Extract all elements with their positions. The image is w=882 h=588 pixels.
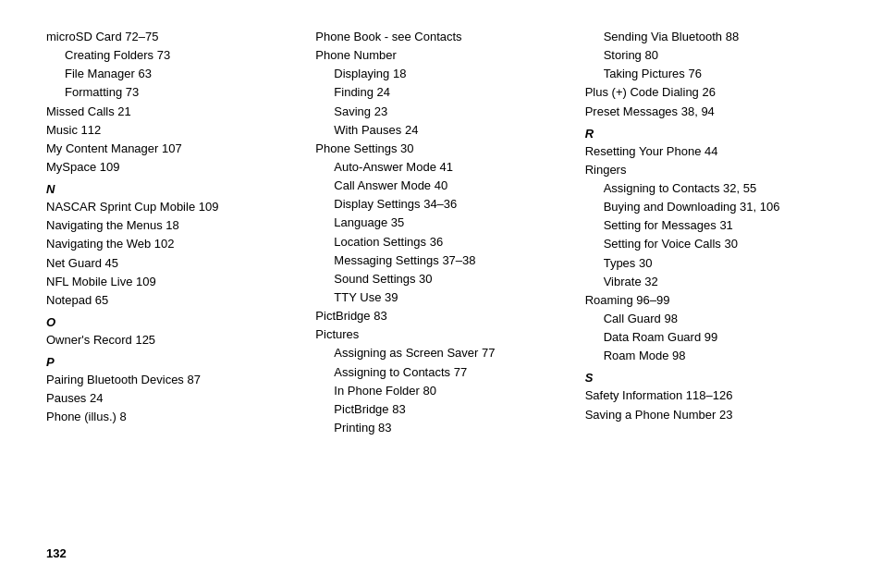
list-item: S xyxy=(585,371,836,385)
list-item: Pictures xyxy=(315,325,566,344)
list-item: Notepad 65 xyxy=(46,291,297,310)
list-item: Setting for Voice Calls 30 xyxy=(585,235,836,253)
list-item: Roaming 96–99 xyxy=(585,291,836,310)
list-item: Pairing Bluetooth Devices 87 xyxy=(46,371,297,389)
list-item: Phone Number xyxy=(315,46,566,65)
list-item: Call Guard 98 xyxy=(585,310,836,328)
list-item: NASCAR Sprint Cup Mobile 109 xyxy=(46,198,297,216)
list-item: Ringers xyxy=(585,161,836,179)
list-item: Phone Book - see Contacts xyxy=(315,28,566,46)
list-item: Location Settings 36 xyxy=(315,233,566,251)
list-item: Vibrate 32 xyxy=(585,273,836,291)
list-item: Phone (illus.) 8 xyxy=(46,408,297,426)
list-item: Safety Information 118–126 xyxy=(585,386,836,405)
list-item: Printing 83 xyxy=(315,419,566,437)
list-item: Display Settings 34–36 xyxy=(315,195,566,214)
list-item: With Pauses 24 xyxy=(315,121,566,140)
list-item: File Manager 63 xyxy=(46,65,297,83)
list-item: Taking Pictures 76 xyxy=(585,65,836,83)
list-item: Call Answer Mode 40 xyxy=(315,177,566,195)
list-item: In Phone Folder 80 xyxy=(315,382,566,400)
list-item: Owner's Record 125 xyxy=(46,331,297,349)
list-item: P xyxy=(46,355,297,369)
index-column-col1: microSD Card 72–75Creating Folders 73Fil… xyxy=(46,28,315,537)
list-item: Net Guard 45 xyxy=(46,254,297,273)
list-item: Finding 24 xyxy=(315,83,566,102)
list-item: PictBridge 83 xyxy=(315,307,566,325)
list-item: Types 30 xyxy=(585,254,836,273)
index-column-col2: Phone Book - see ContactsPhone NumberDis… xyxy=(315,28,584,537)
list-item: Messaging Settings 37–38 xyxy=(315,251,566,270)
list-item: Language 35 xyxy=(315,214,566,232)
list-item: Buying and Downloading 31, 106 xyxy=(585,198,836,216)
list-item: Assigning to Contacts 77 xyxy=(315,363,566,382)
list-item: MySpace 109 xyxy=(46,158,297,177)
list-item: Saving a Phone Number 23 xyxy=(585,406,836,424)
list-item: PictBridge 83 xyxy=(315,400,566,419)
list-item: Assigning to Contacts 32, 55 xyxy=(585,179,836,198)
index-column-col3: Sending Via Bluetooth 88Storing 80Taking… xyxy=(585,28,836,537)
page-number: 132 xyxy=(46,546,836,560)
list-item: N xyxy=(46,182,297,196)
page: microSD Card 72–75Creating Folders 73Fil… xyxy=(0,0,882,588)
list-item: Formatting 73 xyxy=(46,83,297,102)
list-item: Pauses 24 xyxy=(46,389,297,408)
list-item: Preset Messages 38, 94 xyxy=(585,103,836,121)
list-item: Setting for Messages 31 xyxy=(585,216,836,235)
list-item: microSD Card 72–75 xyxy=(46,28,297,46)
list-item: Resetting Your Phone 44 xyxy=(585,142,836,161)
list-item: Music 112 xyxy=(46,121,297,140)
list-item: Navigating the Web 102 xyxy=(46,235,297,253)
list-item: Sending Via Bluetooth 88 xyxy=(585,28,836,46)
list-item: Navigating the Menus 18 xyxy=(46,216,297,235)
list-item: Sound Settings 30 xyxy=(315,270,566,288)
index-columns: microSD Card 72–75Creating Folders 73Fil… xyxy=(46,28,836,537)
list-item: Data Roam Guard 99 xyxy=(585,328,836,347)
list-item: R xyxy=(585,127,836,141)
list-item: NFL Mobile Live 109 xyxy=(46,273,297,291)
list-item: Storing 80 xyxy=(585,46,836,65)
list-item: My Content Manager 107 xyxy=(46,140,297,158)
list-item: Assigning as Screen Saver 77 xyxy=(315,344,566,362)
list-item: O xyxy=(46,315,297,329)
list-item: Plus (+) Code Dialing 26 xyxy=(585,83,836,102)
list-item: Saving 23 xyxy=(315,103,566,121)
list-item: Displaying 18 xyxy=(315,65,566,83)
list-item: Roam Mode 98 xyxy=(585,347,836,365)
list-item: Phone Settings 30 xyxy=(315,140,566,158)
list-item: Missed Calls 21 xyxy=(46,103,297,121)
list-item: Auto-Answer Mode 41 xyxy=(315,158,566,177)
list-item: TTY Use 39 xyxy=(315,288,566,307)
list-item: Creating Folders 73 xyxy=(46,46,297,65)
